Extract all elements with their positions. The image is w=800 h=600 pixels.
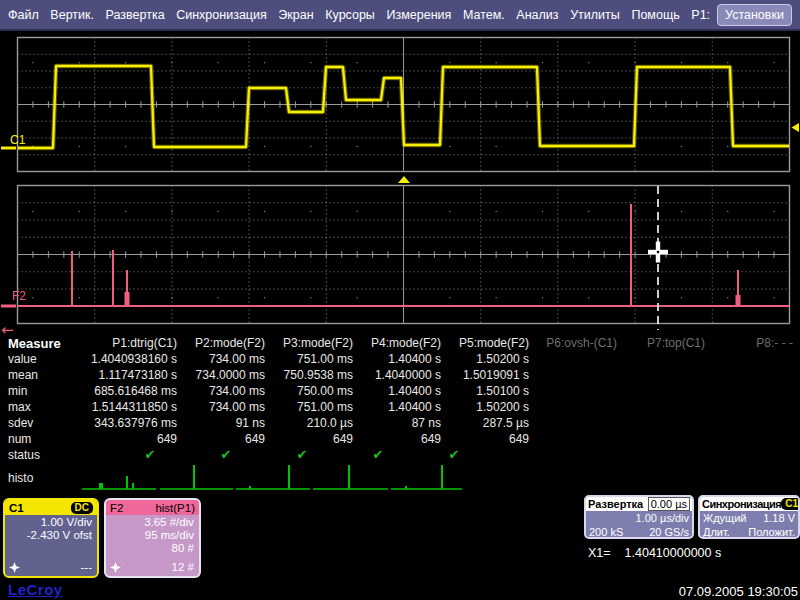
measure-p2-value: 734.00 ms	[177, 352, 265, 366]
measure-row-label-min: min	[8, 384, 27, 398]
measure-col-header-p7: P7:top(C1)	[617, 336, 705, 350]
measure-histo-spike-p5	[405, 486, 407, 489]
timebase-tdiv: 1.00 µs/div	[636, 511, 689, 525]
grid-f2-dot	[449, 297, 450, 298]
grid-c1-dot	[449, 146, 450, 147]
grid-c1-dot	[125, 62, 126, 63]
trigger-level-marker-icon[interactable]	[792, 123, 800, 132]
menu-item-2[interactable]: Вертик.	[50, 8, 94, 22]
grid-c1-dot	[681, 62, 682, 63]
grid-f2-dot	[634, 297, 635, 298]
f2-function: hist(P1)	[155, 502, 195, 514]
timebase-rate: 20 GS/s	[649, 525, 689, 539]
grid-f2-dot	[403, 211, 404, 212]
measure-histo-spike-p1	[99, 483, 103, 489]
menu-item-5[interactable]: Экран	[278, 8, 313, 22]
grid-f2-dot	[264, 297, 265, 298]
trace-f2-descriptor[interactable]: F2 hist(P1) 3.65 #/div 95 ms/div 80 # 12…	[104, 498, 201, 578]
grid-c1-dot	[356, 146, 357, 147]
menu-item-10[interactable]: Утилиты	[570, 8, 620, 22]
trigger-source-badge: C1	[781, 498, 800, 510]
f2-histogram-spike-base-3	[125, 292, 130, 306]
menu-item-9[interactable]: Анализ	[516, 8, 558, 22]
f2-ydiv: 3.65 #/div	[106, 515, 199, 528]
measure-p5-mean: 1.5019091 s	[441, 368, 529, 382]
measure-p1-sdev: 343.637976 ms	[89, 416, 177, 430]
grid-f2-dot	[449, 211, 450, 212]
f2-anchor-icon	[110, 562, 121, 573]
grid-c1-dot	[588, 62, 589, 63]
x1-label: X1=	[588, 546, 611, 560]
measure-p5-sdev: 287.5 µs	[441, 416, 529, 430]
c1-vdiv: 1.00 V/div	[5, 515, 97, 528]
measure-p3-min: 750.00 ms	[265, 384, 353, 398]
measure-p2-sdev: 91 ns	[177, 416, 265, 430]
trigger-level: 1.18 V	[763, 511, 795, 525]
f2-count: 80 #	[106, 541, 199, 554]
measure-row-label-max: max	[8, 400, 31, 414]
menu-p1-label: P1:	[691, 8, 710, 22]
menu-item-3[interactable]: Развертка	[106, 8, 165, 22]
grid-f2-dot	[495, 297, 496, 298]
measure-p1-value: 1.4040938160 s	[89, 352, 177, 366]
measure-p2-min: 734.00 ms	[177, 384, 265, 398]
measure-histo-spike-p2	[193, 465, 195, 489]
grid-c1-dot	[171, 62, 172, 63]
grid-c1-dot	[727, 62, 728, 63]
grid-c1-dot	[264, 62, 265, 63]
grid-c1-dot	[403, 62, 404, 63]
measure-p2-status-check-icon: ✔	[221, 447, 232, 462]
f2-footer-value: 12 #	[172, 561, 194, 573]
measure-histo-spike-p5	[441, 465, 443, 489]
grid-f2-dot	[356, 211, 357, 212]
setup-button[interactable]: Установки	[717, 4, 792, 26]
grid-f2-dot	[264, 211, 265, 212]
grid-f2-dot	[588, 211, 589, 212]
menu-item-7[interactable]: Измерения	[386, 8, 451, 22]
grid-c1-dot	[542, 62, 543, 63]
measure-p3-mean: 750.9538 ms	[265, 368, 353, 382]
trigger-position-marker-icon[interactable]	[398, 176, 410, 183]
grid-f2-dot	[310, 211, 311, 212]
menu-item-8[interactable]: Матем.	[463, 8, 505, 22]
menu-item-4[interactable]: Синхронизация	[176, 8, 267, 22]
grid-c1-dot	[310, 62, 311, 63]
menu-item-1[interactable]: Файл	[8, 8, 39, 22]
grid-c1-dot	[125, 146, 126, 147]
measure-col-header-p6: P6:ovsh-(C1)	[529, 336, 617, 350]
measure-histo-spike-p3	[288, 465, 290, 489]
grid-f2-dot	[495, 211, 496, 212]
measure-p4-value: 1.40400 s	[353, 352, 441, 366]
measure-row-label-mean: mean	[8, 368, 38, 382]
grid-c1-dot	[79, 62, 80, 63]
trigger-panel[interactable]: Синхронизация C1 Ждущий 1.18 V Длит. Пол…	[698, 495, 800, 539]
grid-f2-dot	[681, 297, 682, 298]
grid-c1-dot	[310, 146, 311, 147]
grid-c1-dot	[727, 146, 728, 147]
measure-p2-mean: 734.0000 ms	[177, 368, 265, 382]
trigger-slope: Положит.	[748, 525, 795, 539]
measure-p5-min: 1.50100 s	[441, 384, 529, 398]
grid-f2-dot	[634, 211, 635, 212]
grid-c1-dot	[495, 146, 496, 147]
grid-f2-dot	[79, 211, 80, 212]
grid-c1-dot	[773, 62, 774, 63]
trigger-coupling: Длит.	[703, 525, 730, 539]
measure-p3-num: 649	[265, 432, 353, 446]
measure-title: Measure	[8, 336, 61, 351]
measure-row-label-status: status	[8, 448, 40, 462]
timebase-panel[interactable]: Развертка 0.00 µs 1.00 µs/div 200 kS 20 …	[584, 495, 694, 539]
measure-histo-spike-p3	[249, 486, 251, 489]
channel-c1-descriptor[interactable]: C1 DC 1.00 V/div -2.430 V ofst ---	[3, 498, 99, 578]
grid-f2-dot	[356, 297, 357, 298]
menu-item-6[interactable]: Курсоры	[325, 8, 375, 22]
measure-p1-mean: 1.117473180 s	[89, 368, 177, 382]
grid-f2-dot	[727, 211, 728, 212]
measure-p1-status-check-icon: ✔	[145, 447, 156, 462]
measure-p4-sdev: 87 ns	[353, 416, 441, 430]
measure-histo-spike-p4	[348, 465, 350, 489]
measure-p5-num: 649	[441, 432, 529, 446]
menu-item-11[interactable]: Помощь	[631, 8, 679, 22]
grid-c1-dot	[449, 62, 450, 63]
measure-p4-mean: 1.4040000 s	[353, 368, 441, 382]
